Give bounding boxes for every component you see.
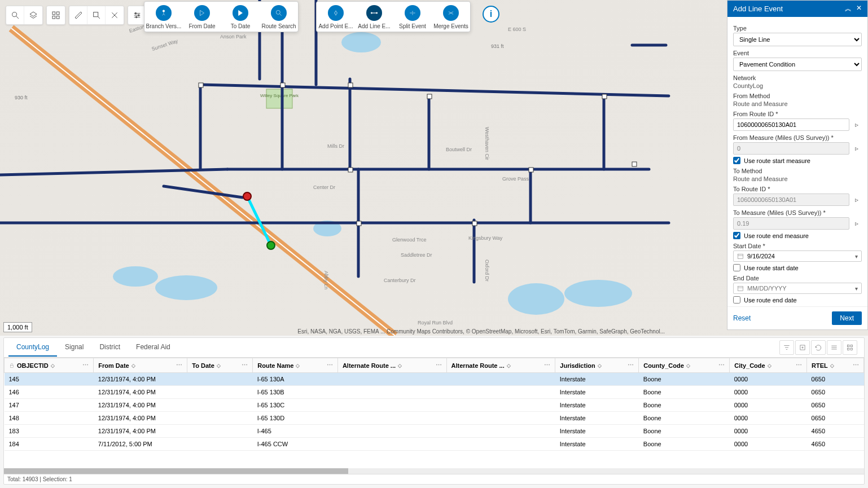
svg-rect-14 [348, 168, 353, 172]
column-header[interactable]: Alternate Route ...◇⋯ [337, 358, 446, 373]
tab-signal[interactable]: Signal [57, 338, 91, 357]
close-icon[interactable]: ✕ [856, 4, 862, 14]
clear-icon[interactable] [106, 6, 124, 24]
horizontal-scrollbar[interactable] [4, 468, 864, 474]
panel-title: Add Line Event [733, 5, 783, 13]
svg-rect-11 [280, 83, 285, 87]
to-measure-label: To Measure (Miles (US Survey)) * [733, 209, 862, 216]
svg-line-39 [16, 16, 19, 19]
svg-point-61 [371, 12, 372, 14]
table-row[interactable]: 14812/31/1974, 4:00 PMI-65 130DInterstat… [5, 412, 864, 425]
chevron-down-icon[interactable]: ▾ [855, 285, 858, 292]
svg-rect-66 [738, 254, 743, 259]
start-date-input[interactable]: ▾ [733, 250, 862, 262]
to-measure-input [733, 217, 849, 230]
column-header[interactable]: County_Code◇⋯ [639, 358, 730, 373]
split-event-button[interactable]: Split Event [393, 2, 432, 32]
layers-icon[interactable] [24, 6, 42, 24]
svg-point-62 [376, 12, 378, 14]
svg-marker-40 [30, 12, 37, 16]
svg-text:Boutwell Dr: Boutwell Dr [446, 147, 472, 152]
svg-rect-43 [52, 16, 55, 19]
to-route-picker-icon[interactable]: ▹ [852, 195, 862, 205]
svg-point-54 [163, 10, 165, 12]
add-point-event-button[interactable]: Add Point E... [317, 2, 355, 32]
to-method-value: Route and Measure [733, 175, 862, 182]
attribute-table-section: CountyLog Signal District Federal Aid OB… [3, 337, 865, 485]
use-start-date-checkbox[interactable] [733, 264, 740, 271]
event-label: Event [733, 50, 862, 56]
svg-rect-81 [847, 348, 849, 350]
table-row[interactable]: 14712/31/1974, 4:00 PMI-65 130CInterstat… [5, 399, 864, 412]
collapse-icon[interactable]: ︽ [845, 4, 852, 14]
to-route-input [733, 194, 849, 206]
tab-district[interactable]: District [91, 338, 128, 357]
attribute-table[interactable]: OBJECTID◇⋯From Date◇⋯To Date◇⋯Route Name… [4, 358, 864, 451]
svg-point-38 [12, 12, 16, 17]
svg-point-4 [341, 32, 381, 52]
svg-point-2 [508, 283, 564, 315]
end-date-input[interactable]: ▾ [733, 283, 862, 294]
from-measure-label: From Measure (Miles (US Survey)) * [733, 134, 862, 141]
zoom-to-icon[interactable] [795, 340, 810, 355]
svg-rect-18 [472, 221, 477, 226]
select-icon[interactable] [87, 6, 106, 24]
use-end-measure-checkbox[interactable] [733, 232, 740, 239]
event-select[interactable]: Pavement Condition [733, 58, 862, 71]
svg-text:Canterbury Dr: Canterbury Dr [384, 278, 416, 283]
grid-icon[interactable] [47, 6, 65, 24]
search-icon[interactable] [6, 6, 24, 24]
svg-rect-41 [52, 12, 55, 15]
columns-icon[interactable] [827, 340, 841, 355]
use-start-measure-checkbox[interactable] [733, 157, 740, 164]
column-header[interactable]: RTEL◇⋯ [807, 358, 864, 373]
filter-icon[interactable] [779, 340, 794, 355]
type-select[interactable]: Single Line [733, 33, 862, 46]
svg-text:Grove Pass: Grove Pass [502, 176, 529, 182]
use-end-date-label: Use route end date [744, 297, 797, 304]
to-measure-picker-icon[interactable]: ▹ [852, 218, 862, 228]
column-header[interactable]: From Date◇⋯ [94, 358, 187, 373]
svg-point-51 [135, 12, 137, 14]
from-date-button[interactable]: From Date [183, 2, 221, 32]
from-measure-picker-icon[interactable]: ▹ [852, 143, 862, 153]
svg-text:Glenwood Trce: Glenwood Trce [392, 237, 427, 243]
column-header[interactable]: Route Name◇⋯ [253, 358, 338, 373]
branch-version-button[interactable]: Branch Vers... [144, 2, 183, 32]
use-end-date-checkbox[interactable] [733, 296, 740, 304]
add-line-event-button[interactable]: Add Line E... [355, 2, 393, 32]
tab-countylog[interactable]: CountyLog [8, 338, 57, 357]
table-row[interactable]: 18312/31/1974, 4:00 PMI-465InterstateBoo… [5, 425, 864, 438]
column-header[interactable]: City_Code◇⋯ [730, 358, 807, 373]
next-button[interactable]: Next [832, 311, 862, 325]
table-row[interactable]: 1847/11/2012, 5:00 PMI-465 CCWInterstate… [5, 438, 864, 451]
tab-federal-aid[interactable]: Federal Aid [128, 338, 178, 357]
refresh-icon[interactable] [811, 340, 826, 355]
svg-text:930 ft: 930 ft [15, 95, 28, 100]
from-method-value: Route and Measure [733, 100, 862, 107]
merge-events-button[interactable]: Merge Events [432, 2, 470, 32]
svg-rect-12 [348, 83, 353, 87]
start-date-label: Start Date * [733, 243, 862, 249]
column-header[interactable]: Alternate Route ...◇⋯ [446, 358, 555, 373]
from-route-picker-icon[interactable]: ▹ [852, 120, 862, 130]
column-header[interactable]: OBJECTID◇⋯ [5, 358, 94, 373]
to-date-button[interactable]: To Date [221, 2, 260, 32]
svg-text:E 600 S: E 600 S [508, 27, 526, 32]
info-icon[interactable]: i [483, 6, 499, 23]
chevron-down-icon[interactable]: ▾ [855, 253, 858, 260]
grid-view-icon[interactable] [843, 340, 857, 355]
column-header[interactable]: To Date◇⋯ [187, 358, 253, 373]
measure-icon[interactable] [69, 6, 87, 24]
from-route-input[interactable] [733, 118, 849, 131]
svg-rect-16 [602, 94, 607, 99]
column-header[interactable]: Jurisdiction◇⋯ [555, 358, 639, 373]
route-actions-panel: Branch Vers... From Date To Date Route S… [144, 1, 299, 32]
table-row[interactable]: 14512/31/1974, 4:00 PMI-65 130AInterstat… [5, 373, 864, 386]
svg-rect-45 [93, 12, 98, 17]
reset-button[interactable]: Reset [733, 314, 751, 322]
svg-rect-68 [738, 287, 743, 291]
route-search-button[interactable]: Route Search [260, 2, 298, 32]
table-row[interactable]: 14612/31/1974, 4:00 PMI-65 130BInterstat… [5, 386, 864, 399]
svg-rect-13 [427, 94, 432, 99]
